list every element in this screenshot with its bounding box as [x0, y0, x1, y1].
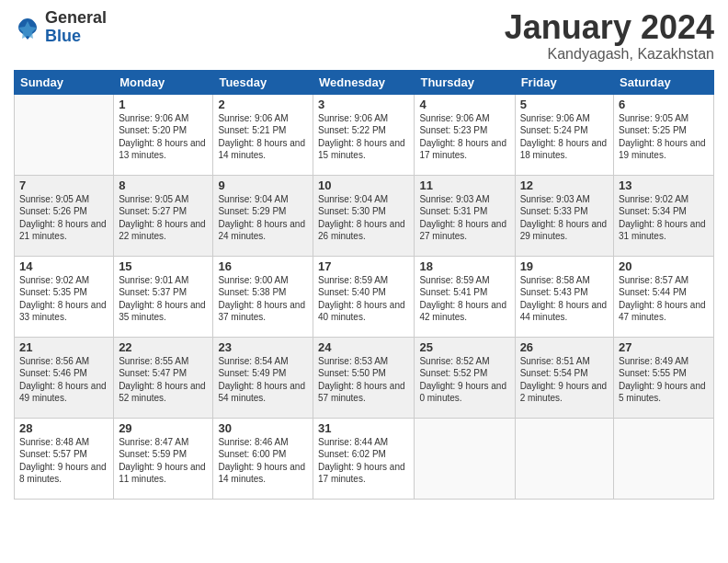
day-info: Sunrise: 9:06 AM Sunset: 5:23 PM Dayligh… [419, 112, 509, 162]
table-row: 7 Sunrise: 9:05 AM Sunset: 5:26 PM Dayli… [15, 175, 114, 256]
table-row: 31 Sunrise: 8:44 AM Sunset: 6:02 PM Dayl… [313, 418, 415, 499]
day-number: 19 [520, 259, 609, 273]
table-row: 5 Sunrise: 9:06 AM Sunset: 5:24 PM Dayli… [515, 94, 613, 175]
table-row: 1 Sunrise: 9:06 AM Sunset: 5:20 PM Dayli… [114, 94, 213, 175]
day-info: Sunrise: 9:05 AM Sunset: 5:27 PM Dayligh… [119, 193, 208, 243]
day-number: 12 [520, 178, 609, 192]
table-row: 21 Sunrise: 8:56 AM Sunset: 5:46 PM Dayl… [15, 337, 114, 418]
month-title: January 2024 [505, 9, 714, 46]
logo-general: General [45, 9, 107, 28]
calendar-week-row: 21 Sunrise: 8:56 AM Sunset: 5:46 PM Dayl… [15, 337, 714, 418]
day-info: Sunrise: 9:06 AM Sunset: 5:20 PM Dayligh… [119, 112, 208, 162]
table-row: 28 Sunrise: 8:48 AM Sunset: 5:57 PM Dayl… [15, 418, 114, 499]
day-info: Sunrise: 9:02 AM Sunset: 5:34 PM Dayligh… [619, 193, 709, 243]
day-info: Sunrise: 8:44 AM Sunset: 6:02 PM Dayligh… [318, 436, 409, 486]
day-number: 30 [218, 421, 308, 435]
table-row [15, 94, 114, 175]
day-number: 2 [218, 98, 308, 111]
table-row: 19 Sunrise: 8:58 AM Sunset: 5:43 PM Dayl… [515, 256, 613, 337]
day-info: Sunrise: 9:06 AM Sunset: 5:22 PM Dayligh… [318, 112, 409, 162]
day-number: 18 [419, 259, 509, 273]
day-info: Sunrise: 9:00 AM Sunset: 5:38 PM Dayligh… [218, 274, 308, 324]
logo-icon [14, 14, 41, 41]
day-number: 29 [119, 421, 208, 435]
day-info: Sunrise: 9:04 AM Sunset: 5:30 PM Dayligh… [318, 193, 409, 243]
day-number: 24 [318, 340, 409, 354]
table-row: 17 Sunrise: 8:59 AM Sunset: 5:40 PM Dayl… [313, 256, 415, 337]
calendar-week-row: 28 Sunrise: 8:48 AM Sunset: 5:57 PM Dayl… [15, 418, 714, 499]
table-row: 22 Sunrise: 8:55 AM Sunset: 5:47 PM Dayl… [114, 337, 213, 418]
day-number: 28 [19, 421, 108, 435]
table-row: 29 Sunrise: 8:47 AM Sunset: 5:59 PM Dayl… [114, 418, 213, 499]
table-row [515, 418, 613, 499]
day-info: Sunrise: 9:03 AM Sunset: 5:31 PM Dayligh… [419, 193, 509, 243]
day-info: Sunrise: 8:54 AM Sunset: 5:49 PM Dayligh… [218, 355, 308, 405]
table-row: 8 Sunrise: 9:05 AM Sunset: 5:27 PM Dayli… [114, 175, 213, 256]
day-info: Sunrise: 8:47 AM Sunset: 5:59 PM Dayligh… [119, 436, 208, 486]
day-info: Sunrise: 8:58 AM Sunset: 5:43 PM Dayligh… [520, 274, 609, 324]
day-number: 7 [19, 178, 108, 192]
table-row: 2 Sunrise: 9:06 AM Sunset: 5:21 PM Dayli… [213, 94, 313, 175]
table-row: 27 Sunrise: 8:49 AM Sunset: 5:55 PM Dayl… [614, 337, 714, 418]
table-row: 30 Sunrise: 8:46 AM Sunset: 6:00 PM Dayl… [213, 418, 313, 499]
table-row: 12 Sunrise: 9:03 AM Sunset: 5:33 PM Dayl… [515, 175, 613, 256]
day-number: 23 [218, 340, 308, 354]
location-subtitle: Kandyagash, Kazakhstan [505, 46, 714, 63]
header-monday: Monday [114, 70, 213, 94]
header: General Blue January 2024 Kandyagash, Ka… [14, 9, 714, 63]
day-number: 25 [419, 340, 509, 354]
day-info: Sunrise: 9:05 AM Sunset: 5:26 PM Dayligh… [19, 193, 108, 243]
table-row: 14 Sunrise: 9:02 AM Sunset: 5:35 PM Dayl… [15, 256, 114, 337]
day-number: 8 [119, 178, 208, 192]
day-number: 9 [218, 178, 308, 192]
page-container: General Blue January 2024 Kandyagash, Ka… [0, 0, 728, 504]
table-row [614, 418, 714, 499]
day-info: Sunrise: 8:48 AM Sunset: 5:57 PM Dayligh… [19, 436, 108, 486]
calendar-week-row: 7 Sunrise: 9:05 AM Sunset: 5:26 PM Dayli… [15, 175, 714, 256]
table-row: 15 Sunrise: 9:01 AM Sunset: 5:37 PM Dayl… [114, 256, 213, 337]
logo-text: General Blue [45, 9, 107, 46]
day-info: Sunrise: 8:53 AM Sunset: 5:50 PM Dayligh… [318, 355, 409, 405]
header-saturday: Saturday [614, 70, 714, 94]
day-info: Sunrise: 9:04 AM Sunset: 5:29 PM Dayligh… [218, 193, 308, 243]
header-wednesday: Wednesday [313, 70, 415, 94]
calendar-table: Sunday Monday Tuesday Wednesday Thursday… [14, 70, 714, 500]
day-info: Sunrise: 9:06 AM Sunset: 5:21 PM Dayligh… [218, 112, 308, 162]
day-info: Sunrise: 8:56 AM Sunset: 5:46 PM Dayligh… [19, 355, 108, 405]
table-row: 26 Sunrise: 8:51 AM Sunset: 5:54 PM Dayl… [515, 337, 613, 418]
day-number: 4 [419, 98, 509, 111]
day-number: 10 [318, 178, 409, 192]
day-number: 6 [619, 98, 709, 111]
day-info: Sunrise: 9:06 AM Sunset: 5:24 PM Dayligh… [520, 112, 609, 162]
header-sunday: Sunday [15, 70, 114, 94]
day-number: 3 [318, 98, 409, 111]
title-section: January 2024 Kandyagash, Kazakhstan [505, 9, 714, 63]
logo: General Blue [14, 9, 107, 46]
table-row: 4 Sunrise: 9:06 AM Sunset: 5:23 PM Dayli… [415, 94, 515, 175]
day-number: 13 [619, 178, 709, 192]
day-info: Sunrise: 8:46 AM Sunset: 6:00 PM Dayligh… [218, 436, 308, 486]
table-row: 6 Sunrise: 9:05 AM Sunset: 5:25 PM Dayli… [614, 94, 714, 175]
day-info: Sunrise: 9:05 AM Sunset: 5:25 PM Dayligh… [619, 112, 709, 162]
day-number: 11 [419, 178, 509, 192]
table-row: 25 Sunrise: 8:52 AM Sunset: 5:52 PM Dayl… [415, 337, 515, 418]
day-info: Sunrise: 9:03 AM Sunset: 5:33 PM Dayligh… [520, 193, 609, 243]
day-info: Sunrise: 9:02 AM Sunset: 5:35 PM Dayligh… [19, 274, 108, 324]
header-tuesday: Tuesday [213, 70, 313, 94]
day-number: 14 [19, 259, 108, 273]
day-number: 17 [318, 259, 409, 273]
day-info: Sunrise: 8:59 AM Sunset: 5:40 PM Dayligh… [318, 274, 409, 324]
day-number: 31 [318, 421, 409, 435]
table-row: 20 Sunrise: 8:57 AM Sunset: 5:44 PM Dayl… [614, 256, 714, 337]
calendar-header-row: Sunday Monday Tuesday Wednesday Thursday… [15, 70, 714, 94]
logo-blue: Blue [45, 28, 107, 46]
day-number: 15 [119, 259, 208, 273]
header-friday: Friday [515, 70, 613, 94]
table-row: 13 Sunrise: 9:02 AM Sunset: 5:34 PM Dayl… [614, 175, 714, 256]
table-row: 24 Sunrise: 8:53 AM Sunset: 5:50 PM Dayl… [313, 337, 415, 418]
table-row: 16 Sunrise: 9:00 AM Sunset: 5:38 PM Dayl… [213, 256, 313, 337]
table-row: 3 Sunrise: 9:06 AM Sunset: 5:22 PM Dayli… [313, 94, 415, 175]
day-info: Sunrise: 8:52 AM Sunset: 5:52 PM Dayligh… [419, 355, 509, 405]
calendar-week-row: 1 Sunrise: 9:06 AM Sunset: 5:20 PM Dayli… [15, 94, 714, 175]
day-number: 22 [119, 340, 208, 354]
